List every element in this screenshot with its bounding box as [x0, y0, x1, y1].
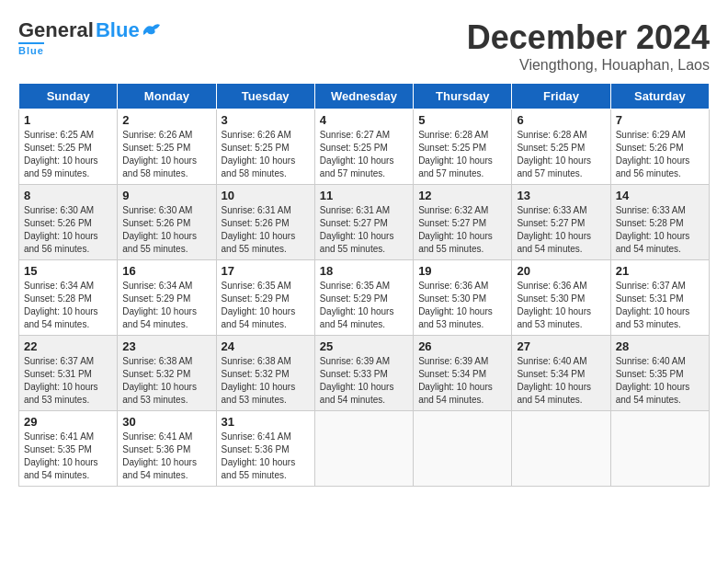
day-number: 26: [418, 339, 506, 353]
day-of-week-header: Monday: [118, 84, 216, 109]
day-info: Sunrise: 6:35 AMSunset: 5:29 PMDaylight:…: [222, 280, 310, 331]
logo-text: General Blue: [18, 18, 162, 42]
day-info: Sunrise: 6:28 AMSunset: 5:25 PMDaylight:…: [517, 129, 605, 180]
day-info: Sunrise: 6:36 AMSunset: 5:30 PMDaylight:…: [418, 280, 506, 331]
calendar-cell: 16Sunrise: 6:34 AMSunset: 5:29 PMDayligh…: [118, 260, 216, 336]
calendar-cell: 2Sunrise: 6:26 AMSunset: 5:25 PMDaylight…: [118, 109, 216, 185]
calendar-cell: 31Sunrise: 6:41 AMSunset: 5:36 PMDayligh…: [216, 411, 314, 487]
day-number: 16: [122, 264, 210, 278]
day-number: 25: [320, 339, 408, 353]
calendar-cell: 26Sunrise: 6:39 AMSunset: 5:34 PMDayligh…: [414, 336, 512, 411]
calendar-week-row: 8Sunrise: 6:30 AMSunset: 5:26 PMDaylight…: [19, 185, 710, 260]
calendar-cell: 29Sunrise: 6:41 AMSunset: 5:35 PMDayligh…: [19, 411, 118, 487]
calendar-cell: 22Sunrise: 6:37 AMSunset: 5:31 PMDayligh…: [19, 336, 118, 411]
day-number: 3: [222, 113, 310, 127]
day-info: Sunrise: 6:40 AMSunset: 5:34 PMDaylight:…: [517, 355, 605, 407]
day-number: 18: [320, 264, 408, 278]
calendar-cell: 9Sunrise: 6:30 AMSunset: 5:26 PMDaylight…: [118, 185, 216, 260]
day-number: 8: [24, 189, 112, 202]
calendar-cell: 30Sunrise: 6:41 AMSunset: 5:36 PMDayligh…: [118, 411, 216, 487]
calendar-cell: 13Sunrise: 6:33 AMSunset: 5:27 PMDayligh…: [512, 185, 610, 260]
calendar-cell: 20Sunrise: 6:36 AMSunset: 5:30 PMDayligh…: [512, 260, 610, 336]
logo: General Blue Blue: [18, 18, 162, 56]
day-info: Sunrise: 6:29 AMSunset: 5:26 PMDaylight:…: [616, 129, 704, 180]
day-number: 22: [24, 339, 112, 353]
day-number: 5: [418, 113, 506, 127]
day-number: 19: [418, 264, 506, 278]
calendar-cell: 10Sunrise: 6:31 AMSunset: 5:26 PMDayligh…: [216, 185, 314, 260]
calendar-cell: 19Sunrise: 6:36 AMSunset: 5:30 PMDayligh…: [414, 260, 512, 336]
calendar-header-row: SundayMondayTuesdayWednesdayThursdayFrid…: [19, 84, 710, 109]
day-number: 2: [122, 113, 210, 127]
day-info: Sunrise: 6:27 AMSunset: 5:25 PMDaylight:…: [320, 129, 408, 180]
calendar-cell: 18Sunrise: 6:35 AMSunset: 5:29 PMDayligh…: [314, 260, 413, 336]
day-info: Sunrise: 6:41 AMSunset: 5:35 PMDaylight:…: [24, 431, 112, 482]
day-info: Sunrise: 6:38 AMSunset: 5:32 PMDaylight:…: [122, 355, 210, 407]
day-number: 14: [616, 189, 704, 202]
day-number: 20: [517, 264, 605, 278]
calendar-cell: 4Sunrise: 6:27 AMSunset: 5:25 PMDaylight…: [314, 109, 413, 185]
day-of-week-header: Saturday: [610, 84, 709, 109]
day-info: Sunrise: 6:38 AMSunset: 5:32 PMDaylight:…: [222, 355, 310, 407]
calendar-week-row: 15Sunrise: 6:34 AMSunset: 5:28 PMDayligh…: [19, 260, 710, 336]
day-info: Sunrise: 6:39 AMSunset: 5:34 PMDaylight:…: [418, 355, 506, 407]
day-of-week-header: Sunday: [19, 84, 118, 109]
day-number: 30: [122, 415, 210, 429]
calendar-cell: 5Sunrise: 6:28 AMSunset: 5:25 PMDaylight…: [414, 109, 512, 185]
day-info: Sunrise: 6:40 AMSunset: 5:35 PMDaylight:…: [616, 355, 704, 407]
calendar-cell: 17Sunrise: 6:35 AMSunset: 5:29 PMDayligh…: [216, 260, 314, 336]
calendar-cell: 6Sunrise: 6:28 AMSunset: 5:25 PMDaylight…: [512, 109, 610, 185]
calendar-cell: [512, 411, 610, 487]
day-number: 4: [320, 113, 408, 127]
day-number: 7: [616, 113, 704, 127]
day-info: Sunrise: 6:26 AMSunset: 5:25 PMDaylight:…: [122, 129, 210, 180]
calendar-cell: [314, 411, 413, 487]
day-number: 29: [24, 415, 112, 429]
day-info: Sunrise: 6:31 AMSunset: 5:27 PMDaylight:…: [320, 204, 408, 256]
day-number: 23: [122, 339, 210, 353]
calendar-cell: 28Sunrise: 6:40 AMSunset: 5:35 PMDayligh…: [610, 336, 709, 411]
calendar-cell: 1Sunrise: 6:25 AMSunset: 5:25 PMDaylight…: [19, 109, 118, 185]
day-number: 17: [222, 264, 310, 278]
bird-icon: [142, 22, 162, 39]
day-number: 11: [320, 189, 408, 202]
day-number: 6: [517, 113, 605, 127]
calendar-cell: 7Sunrise: 6:29 AMSunset: 5:26 PMDaylight…: [610, 109, 709, 185]
day-number: 1: [24, 113, 112, 127]
day-info: Sunrise: 6:33 AMSunset: 5:27 PMDaylight:…: [517, 204, 605, 256]
calendar-cell: [414, 411, 512, 487]
day-info: Sunrise: 6:25 AMSunset: 5:25 PMDaylight:…: [24, 129, 112, 180]
page-header: General Blue Blue December 2024 Viengtho…: [18, 18, 710, 74]
day-info: Sunrise: 6:28 AMSunset: 5:25 PMDaylight:…: [418, 129, 506, 180]
day-of-week-header: Friday: [512, 84, 610, 109]
day-number: 21: [616, 264, 704, 278]
location-subtitle: Viengthong, Houaphan, Laos: [467, 57, 710, 74]
day-number: 13: [517, 189, 605, 202]
day-info: Sunrise: 6:41 AMSunset: 5:36 PMDaylight:…: [222, 431, 310, 482]
calendar-week-row: 22Sunrise: 6:37 AMSunset: 5:31 PMDayligh…: [19, 336, 710, 411]
calendar-cell: 23Sunrise: 6:38 AMSunset: 5:32 PMDayligh…: [118, 336, 216, 411]
calendar-cell: 21Sunrise: 6:37 AMSunset: 5:31 PMDayligh…: [610, 260, 709, 336]
title-block: December 2024 Viengthong, Houaphan, Laos: [467, 18, 710, 74]
day-info: Sunrise: 6:37 AMSunset: 5:31 PMDaylight:…: [24, 355, 112, 407]
calendar-cell: 15Sunrise: 6:34 AMSunset: 5:28 PMDayligh…: [19, 260, 118, 336]
calendar-table: SundayMondayTuesdayWednesdayThursdayFrid…: [18, 83, 710, 487]
day-info: Sunrise: 6:41 AMSunset: 5:36 PMDaylight:…: [122, 431, 210, 482]
day-info: Sunrise: 6:26 AMSunset: 5:25 PMDaylight:…: [222, 129, 310, 180]
calendar-week-row: 29Sunrise: 6:41 AMSunset: 5:35 PMDayligh…: [19, 411, 710, 487]
day-info: Sunrise: 6:39 AMSunset: 5:33 PMDaylight:…: [320, 355, 408, 407]
day-number: 28: [616, 339, 704, 353]
calendar-cell: 12Sunrise: 6:32 AMSunset: 5:27 PMDayligh…: [414, 185, 512, 260]
day-number: 31: [222, 415, 310, 429]
calendar-cell: [610, 411, 709, 487]
day-info: Sunrise: 6:31 AMSunset: 5:26 PMDaylight:…: [222, 204, 310, 256]
calendar-cell: 8Sunrise: 6:30 AMSunset: 5:26 PMDaylight…: [19, 185, 118, 260]
calendar-cell: 14Sunrise: 6:33 AMSunset: 5:28 PMDayligh…: [610, 185, 709, 260]
day-number: 27: [517, 339, 605, 353]
calendar-cell: 27Sunrise: 6:40 AMSunset: 5:34 PMDayligh…: [512, 336, 610, 411]
day-info: Sunrise: 6:30 AMSunset: 5:26 PMDaylight:…: [24, 204, 112, 256]
calendar-cell: 3Sunrise: 6:26 AMSunset: 5:25 PMDaylight…: [216, 109, 314, 185]
day-number: 15: [24, 264, 112, 278]
calendar-cell: 25Sunrise: 6:39 AMSunset: 5:33 PMDayligh…: [314, 336, 413, 411]
day-info: Sunrise: 6:30 AMSunset: 5:26 PMDaylight:…: [122, 204, 210, 256]
